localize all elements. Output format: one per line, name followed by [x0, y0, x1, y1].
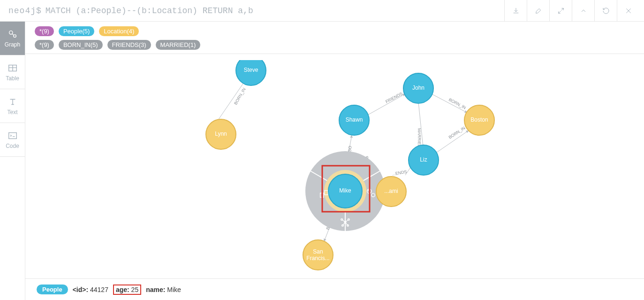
- expand-icon: [557, 7, 565, 15]
- query-bar: neo4j$ MATCH (a:People)--(b:Location) RE…: [0, 0, 644, 22]
- edge-label-friends-1: FRIENDS: [385, 91, 403, 104]
- tab-graph[interactable]: Graph: [0, 22, 25, 55]
- node-shawn[interactable]: Shawn: [339, 105, 369, 135]
- edge-label-born-3: BORN_IN: [448, 125, 466, 139]
- node-boston[interactable]: Boston: [464, 105, 494, 135]
- tab-graph-label: Graph: [5, 41, 20, 48]
- svg-point-1: [13, 34, 16, 37]
- prompt-label: neo4j$: [8, 6, 42, 15]
- download-icon: [512, 7, 520, 15]
- rel-tag-born-in[interactable]: BORN_IN(5): [59, 40, 103, 50]
- footer-name: name: Mike: [146, 286, 181, 293]
- node-steve[interactable]: Steve: [236, 60, 266, 85]
- footer-bar: People <id>: 44127 age: 25 name: Mike: [25, 278, 644, 300]
- text-icon: [8, 97, 18, 107]
- tab-table-label: Table: [6, 75, 19, 82]
- edge-label-friends-2: ...ENDS: [392, 169, 408, 176]
- edge-label-born: BORN_IN: [233, 87, 247, 106]
- pin-button[interactable]: [527, 0, 549, 22]
- graph-icon: [8, 29, 18, 39]
- expand-button[interactable]: [549, 0, 572, 22]
- svg-rect-3: [8, 132, 16, 138]
- label-tags-row: *(9) People(5) Location(4): [35, 26, 635, 36]
- label-tag-location[interactable]: Location(4): [99, 26, 139, 36]
- footer-id: <id>: 44127: [73, 286, 108, 293]
- tab-table[interactable]: Table: [0, 55, 25, 89]
- rel-tags-row: *(9) BORN_IN(5) FRIENDS(3) MARRIED(1): [35, 40, 635, 50]
- node-miami[interactable]: ...ami: [376, 177, 406, 207]
- download-button[interactable]: [504, 0, 527, 22]
- svg-point-28: [409, 145, 439, 175]
- collapse-button[interactable]: [572, 0, 594, 22]
- tab-text-label: Text: [7, 109, 17, 115]
- tab-code-label: Code: [6, 143, 19, 149]
- footer-age: age: 25: [113, 285, 141, 295]
- rerun-button[interactable]: [594, 0, 617, 22]
- tab-text[interactable]: Text: [0, 89, 25, 123]
- rel-tag-friends[interactable]: FRIENDS(3): [107, 40, 151, 50]
- toolbar-buttons: [504, 0, 639, 22]
- tab-code[interactable]: Code: [0, 123, 25, 157]
- svg-point-26: [464, 105, 494, 135]
- node-john[interactable]: John: [403, 73, 433, 103]
- side-tabs: Graph Table Text Code: [0, 22, 25, 300]
- chevron-up-icon: [580, 7, 587, 15]
- svg-point-30: [376, 177, 406, 207]
- node-mike[interactable]: Mike: [328, 174, 362, 208]
- node-lynn[interactable]: Lynn: [206, 119, 236, 149]
- footer-label-tag[interactable]: People: [37, 285, 68, 294]
- refresh-icon: [602, 7, 610, 15]
- tags-area: *(9) People(5) Location(4) *(9) BORN_IN(…: [25, 22, 644, 54]
- graph-canvas[interactable]: BORN_IN FRIENDS BORN_IN MARRIED BORN_IN …: [25, 60, 644, 278]
- svg-point-0: [9, 31, 12, 34]
- close-button[interactable]: [617, 0, 639, 22]
- svg-point-18: [236, 60, 266, 85]
- node-sanfrancisco[interactable]: SanFrancis...: [303, 240, 333, 270]
- edge-label-born-2: BORN_IN: [448, 97, 467, 110]
- svg-point-34: [303, 240, 333, 270]
- edge-steve-lynn[interactable]: [217, 82, 244, 122]
- rel-tag-star[interactable]: *(9): [35, 40, 54, 50]
- svg-point-22: [339, 105, 369, 135]
- label-tag-people[interactable]: People(5): [59, 26, 94, 36]
- svg-point-20: [206, 119, 236, 149]
- code-icon: [8, 131, 18, 141]
- edge-label-so: SO: [347, 146, 353, 152]
- pin-icon: [535, 7, 542, 15]
- query-text: MATCH (a:People)--(b:Location) RETURN a,…: [45, 6, 253, 15]
- close-icon: [625, 7, 632, 15]
- table-icon: [8, 63, 18, 73]
- node-liz[interactable]: Liz: [409, 145, 439, 175]
- svg-point-24: [403, 73, 433, 103]
- svg-point-32: [328, 174, 362, 208]
- rel-tag-married[interactable]: MARRIED(1): [156, 40, 201, 50]
- label-tag-star[interactable]: *(9): [35, 26, 54, 36]
